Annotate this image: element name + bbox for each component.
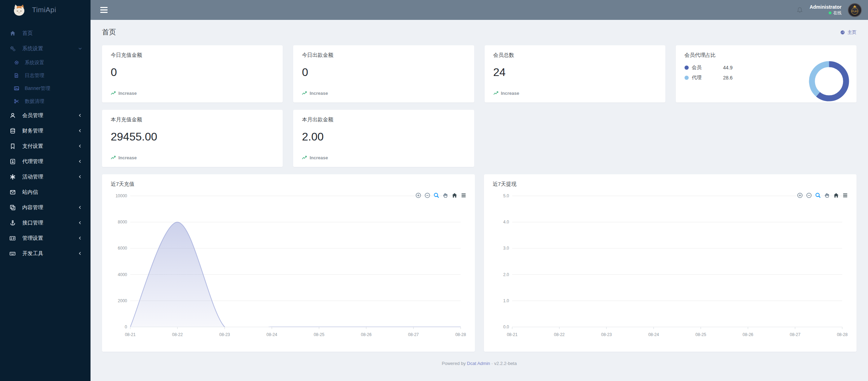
svg-text:4000: 4000: [118, 272, 127, 277]
sidebar-item-finance-management[interactable]: 财务管理: [0, 123, 91, 138]
area-chart-withdraw-7d: 5.04.03.02.01.00.008-2108-2208-2308-2408…: [493, 190, 848, 343]
sidebar-item-label: 活动管理: [22, 174, 43, 180]
zoom-in-icon[interactable]: [415, 192, 421, 198]
svg-text:08-25: 08-25: [314, 332, 324, 337]
svg-text:6000: 6000: [118, 246, 127, 251]
stat-title: 本月出款金额: [302, 116, 465, 123]
sidebar-item-admin-settings[interactable]: 管理设置: [0, 230, 91, 246]
sidebar-item-agent-management[interactable]: 代理管理: [0, 154, 91, 169]
address-book-icon: [8, 159, 17, 165]
sidebar-item-label: 系统设置: [25, 60, 44, 66]
svg-text:10000: 10000: [116, 193, 127, 198]
svg-text:1.0: 1.0: [503, 298, 509, 303]
stat-foot-label: Increase: [310, 155, 328, 160]
chart-title: 近7天提现: [493, 181, 848, 188]
stat-value: 24: [493, 66, 657, 79]
menu-icon[interactable]: [461, 192, 467, 198]
pan-hand-icon[interactable]: [824, 192, 830, 198]
file-icon: [13, 73, 20, 78]
reset-home-icon[interactable]: [452, 192, 458, 198]
svg-text:08-26: 08-26: [743, 332, 753, 337]
sidebar-item-banner-management[interactable]: Banner管理: [0, 82, 91, 95]
keyboard-icon: [8, 251, 17, 257]
zoom-in-icon[interactable]: [797, 192, 803, 198]
brand-cat-logo: [12, 3, 26, 17]
svg-text:08-27: 08-27: [408, 332, 419, 337]
reset-home-icon[interactable]: [833, 192, 839, 198]
zoom-out-icon[interactable]: [806, 192, 812, 198]
sidebar-item-label: 开发工具: [22, 250, 43, 257]
dashboard-icon: [840, 30, 845, 35]
breadcrumb-home-link[interactable]: 主页: [840, 29, 857, 36]
sidebar-item-site-messages[interactable]: 站内信: [0, 184, 91, 200]
sidebar-item-log-management[interactable]: 日志管理: [0, 69, 91, 82]
svg-text:08-24: 08-24: [648, 332, 659, 337]
svg-text:08-22: 08-22: [172, 332, 183, 337]
stat-title: 今日出款金额: [302, 52, 465, 59]
trending-up-icon: [302, 91, 307, 96]
zoom-out-icon[interactable]: [424, 192, 430, 198]
chart-toolbar: [797, 192, 848, 198]
svg-text:08-22: 08-22: [554, 332, 565, 337]
sidebar-item-label: 系统设置: [22, 45, 43, 52]
selection-zoom-icon[interactable]: [815, 192, 821, 198]
sidebar-item-label: 支付设置: [22, 143, 43, 150]
chevron-left-icon: [78, 129, 82, 133]
svg-text:0: 0: [125, 325, 127, 329]
pie-card-title: 会员代理占比: [685, 52, 848, 59]
sidebar-item-label: 首页: [22, 30, 33, 37]
trending-up-icon: [111, 155, 116, 160]
home-icon: [8, 30, 17, 36]
bookmark-icon: [8, 143, 17, 149]
svg-text:08-21: 08-21: [125, 332, 136, 337]
avatar[interactable]: PLAY: [848, 3, 862, 17]
svg-text:08-28: 08-28: [837, 332, 848, 337]
footer-powered-by: Powered by: [442, 361, 466, 366]
selection-zoom-icon[interactable]: [433, 192, 439, 198]
sidebar-item-label: 代理管理: [22, 158, 43, 165]
sidebar-item-dev-tools[interactable]: 开发工具: [0, 246, 91, 261]
scissors-icon: [13, 99, 20, 104]
sidebar-item-system-settings-group[interactable]: 系统设置: [0, 41, 91, 56]
chart-toolbar: [415, 192, 467, 198]
sidebar-item-data-cleanup[interactable]: 数据清理: [0, 95, 91, 108]
svg-text:08-23: 08-23: [219, 332, 230, 337]
brand[interactable]: TimiApi: [0, 0, 91, 20]
bell-icon[interactable]: [796, 7, 803, 14]
sidebar-item-payment-settings[interactable]: 支付设置: [0, 138, 91, 154]
user-menu[interactable]: Administrator 在线: [810, 4, 842, 16]
user-icon: [8, 113, 17, 119]
footer-version: v2.2.2-beta: [494, 361, 517, 366]
stat-value: 2.00: [302, 130, 465, 143]
sidebar-item-home[interactable]: 首页: [0, 25, 91, 41]
id-card-icon: [8, 235, 17, 241]
stat-value: 29455.00: [111, 130, 274, 143]
breadcrumb-label: 主页: [847, 29, 857, 36]
sidebar-item-content-management[interactable]: 内容管理: [0, 200, 91, 215]
svg-text:08-28: 08-28: [455, 332, 466, 337]
online-status-dot: [829, 12, 831, 14]
stat-card-today-withdraw: 今日出款金额 0 Increase: [293, 45, 474, 102]
sidebar-item-activity-management[interactable]: 活动管理: [0, 169, 91, 184]
svg-text:2.0: 2.0: [503, 272, 509, 277]
legend-label: 代理: [692, 75, 723, 81]
menu-icon[interactable]: [842, 192, 848, 198]
sidebar-item-label: 财务管理: [22, 128, 43, 134]
svg-text:08-21: 08-21: [507, 332, 518, 337]
stat-foot-label: Increase: [501, 91, 519, 96]
asterisk-icon: [8, 174, 17, 180]
footer-dcat-admin-link[interactable]: Dcat Admin: [467, 361, 490, 366]
footer-separator: ·: [491, 361, 493, 366]
sidebar-toggle-hamburger-icon[interactable]: [98, 5, 110, 15]
pan-hand-icon[interactable]: [443, 192, 448, 198]
sidebar-item-system-settings[interactable]: 系统设置: [0, 56, 91, 69]
sidebar-item-api-management[interactable]: 接口管理: [0, 215, 91, 230]
sidebar-item-member-management[interactable]: 会员管理: [0, 108, 91, 123]
user-name: Administrator: [810, 4, 842, 10]
legend-label: 会员: [692, 64, 723, 71]
svg-text:3.0: 3.0: [503, 246, 509, 251]
stat-foot-label: Increase: [118, 155, 137, 160]
stat-foot-label: Increase: [310, 91, 328, 96]
image-icon: [13, 86, 20, 91]
svg-text:08-27: 08-27: [790, 332, 800, 337]
